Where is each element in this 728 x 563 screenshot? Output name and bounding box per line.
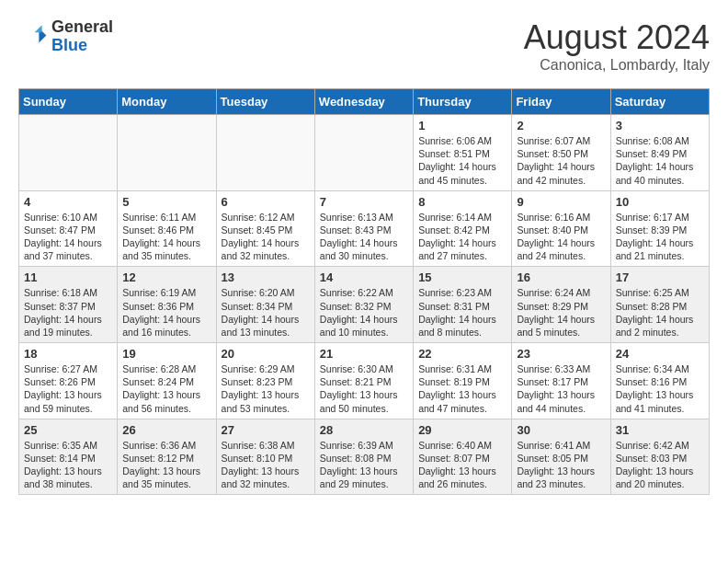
cell-content: Sunrise: 6:24 AMSunset: 8:29 PMDaylight:… — [517, 286, 605, 339]
title-area: August 2024 Canonica, Lombardy, Italy — [524, 18, 710, 74]
calendar-cell: 10Sunrise: 6:17 AMSunset: 8:39 PMDayligh… — [610, 190, 709, 267]
cell-content: Sunrise: 6:42 AMSunset: 8:03 PMDaylight:… — [616, 439, 704, 491]
calendar-cell: 13Sunrise: 6:20 AMSunset: 8:34 PMDayligh… — [216, 267, 314, 343]
calendar-cell: 20Sunrise: 6:29 AMSunset: 8:23 PMDayligh… — [216, 343, 314, 419]
calendar-week-row: 11Sunrise: 6:18 AMSunset: 8:37 PMDayligh… — [19, 267, 710, 343]
cell-content: Sunrise: 6:12 AMSunset: 8:45 PMDaylight:… — [222, 211, 310, 263]
calendar-cell: 27Sunrise: 6:38 AMSunset: 8:10 PMDayligh… — [216, 419, 314, 495]
cell-content: Sunrise: 6:06 AMSunset: 8:51 PMDaylight:… — [418, 134, 506, 187]
day-number: 28 — [320, 423, 408, 437]
calendar-cell: 16Sunrise: 6:24 AMSunset: 8:29 PMDayligh… — [512, 267, 610, 343]
calendar-table: SundayMondayTuesdayWednesdayThursdayFrid… — [18, 88, 710, 495]
day-number: 11 — [24, 270, 112, 284]
cell-content: Sunrise: 6:36 AMSunset: 8:12 PMDaylight:… — [122, 439, 210, 491]
day-number: 14 — [320, 270, 408, 284]
calendar-cell: 3Sunrise: 6:08 AMSunset: 8:49 PMDaylight… — [610, 115, 709, 191]
calendar-cell: 9Sunrise: 6:16 AMSunset: 8:40 PMDaylight… — [512, 190, 610, 267]
day-number: 25 — [24, 423, 112, 437]
cell-content: Sunrise: 6:35 AMSunset: 8:14 PMDaylight:… — [24, 439, 112, 491]
cell-content: Sunrise: 6:29 AMSunset: 8:23 PMDaylight:… — [222, 362, 310, 415]
cell-content: Sunrise: 6:08 AMSunset: 8:49 PMDaylight:… — [616, 134, 704, 187]
calendar-cell: 25Sunrise: 6:35 AMSunset: 8:14 PMDayligh… — [19, 419, 118, 495]
calendar-cell: 26Sunrise: 6:36 AMSunset: 8:12 PMDayligh… — [118, 419, 216, 495]
day-number: 23 — [517, 347, 605, 361]
calendar-cell: 28Sunrise: 6:39 AMSunset: 8:08 PMDayligh… — [314, 419, 413, 495]
day-number: 4 — [24, 195, 112, 209]
calendar-cell: 29Sunrise: 6:40 AMSunset: 8:07 PMDayligh… — [414, 419, 512, 495]
weekday-header-thursday: Thursday — [414, 89, 512, 115]
day-number: 8 — [418, 195, 506, 209]
calendar-cell: 7Sunrise: 6:13 AMSunset: 8:43 PMDaylight… — [314, 190, 413, 267]
logo-line1: General — [51, 18, 113, 37]
cell-content: Sunrise: 6:19 AMSunset: 8:36 PMDaylight:… — [122, 286, 210, 339]
cell-content: Sunrise: 6:25 AMSunset: 8:28 PMDaylight:… — [616, 286, 704, 339]
logo-icon — [18, 22, 48, 52]
calendar-cell: 12Sunrise: 6:19 AMSunset: 8:36 PMDayligh… — [118, 267, 216, 343]
day-number: 12 — [122, 270, 210, 284]
calendar-cell: 4Sunrise: 6:10 AMSunset: 8:47 PMDaylight… — [19, 190, 118, 267]
calendar-week-row: 1Sunrise: 6:06 AMSunset: 8:51 PMDaylight… — [19, 115, 710, 191]
day-number: 10 — [616, 195, 704, 209]
calendar-cell: 19Sunrise: 6:28 AMSunset: 8:24 PMDayligh… — [118, 343, 216, 419]
logo-text: General Blue — [51, 18, 113, 55]
page-header: General Blue August 2024 Canonica, Lomba… — [18, 18, 710, 74]
weekday-header-sunday: Sunday — [19, 89, 118, 115]
calendar-cell: 5Sunrise: 6:11 AMSunset: 8:46 PMDaylight… — [118, 190, 216, 267]
cell-content: Sunrise: 6:10 AMSunset: 8:47 PMDaylight:… — [24, 211, 112, 263]
calendar-cell: 1Sunrise: 6:06 AMSunset: 8:51 PMDaylight… — [414, 115, 512, 191]
cell-content: Sunrise: 6:20 AMSunset: 8:34 PMDaylight:… — [222, 286, 310, 339]
day-number: 24 — [616, 347, 704, 361]
cell-content: Sunrise: 6:16 AMSunset: 8:40 PMDaylight:… — [517, 211, 605, 263]
calendar-cell — [118, 115, 216, 191]
calendar-cell: 24Sunrise: 6:34 AMSunset: 8:16 PMDayligh… — [610, 343, 709, 419]
calendar-cell: 18Sunrise: 6:27 AMSunset: 8:26 PMDayligh… — [19, 343, 118, 419]
calendar-cell: 8Sunrise: 6:14 AMSunset: 8:42 PMDaylight… — [414, 190, 512, 267]
day-number: 5 — [122, 195, 210, 209]
weekday-header-monday: Monday — [118, 89, 216, 115]
cell-content: Sunrise: 6:33 AMSunset: 8:17 PMDaylight:… — [517, 362, 605, 415]
calendar-week-row: 4Sunrise: 6:10 AMSunset: 8:47 PMDaylight… — [19, 190, 710, 267]
cell-content: Sunrise: 6:11 AMSunset: 8:46 PMDaylight:… — [122, 211, 210, 263]
day-number: 19 — [122, 347, 210, 361]
cell-content: Sunrise: 6:39 AMSunset: 8:08 PMDaylight:… — [320, 439, 408, 491]
cell-content: Sunrise: 6:13 AMSunset: 8:43 PMDaylight:… — [320, 211, 408, 263]
cell-content: Sunrise: 6:17 AMSunset: 8:39 PMDaylight:… — [616, 211, 704, 263]
calendar-cell: 30Sunrise: 6:41 AMSunset: 8:05 PMDayligh… — [512, 419, 610, 495]
day-number: 17 — [616, 270, 704, 284]
cell-content: Sunrise: 6:14 AMSunset: 8:42 PMDaylight:… — [418, 211, 506, 263]
cell-content: Sunrise: 6:41 AMSunset: 8:05 PMDaylight:… — [517, 439, 605, 491]
day-number: 16 — [517, 270, 605, 284]
cell-content: Sunrise: 6:22 AMSunset: 8:32 PMDaylight:… — [320, 286, 408, 339]
weekday-header-row: SundayMondayTuesdayWednesdayThursdayFrid… — [19, 89, 710, 115]
day-number: 21 — [320, 347, 408, 361]
day-number: 20 — [222, 347, 310, 361]
weekday-header-wednesday: Wednesday — [314, 89, 413, 115]
cell-content: Sunrise: 6:34 AMSunset: 8:16 PMDaylight:… — [616, 362, 704, 415]
day-number: 3 — [616, 119, 704, 132]
cell-content: Sunrise: 6:07 AMSunset: 8:50 PMDaylight:… — [517, 134, 605, 187]
cell-content: Sunrise: 6:30 AMSunset: 8:21 PMDaylight:… — [320, 362, 408, 415]
cell-content: Sunrise: 6:27 AMSunset: 8:26 PMDaylight:… — [24, 362, 112, 415]
cell-content: Sunrise: 6:18 AMSunset: 8:37 PMDaylight:… — [24, 286, 112, 339]
day-number: 2 — [517, 119, 605, 132]
day-number: 6 — [222, 195, 310, 209]
day-number: 13 — [222, 270, 310, 284]
day-number: 30 — [517, 423, 605, 437]
cell-content: Sunrise: 6:31 AMSunset: 8:19 PMDaylight:… — [418, 362, 506, 415]
day-number: 9 — [517, 195, 605, 209]
logo-line2: Blue — [51, 37, 113, 55]
calendar-cell: 11Sunrise: 6:18 AMSunset: 8:37 PMDayligh… — [19, 267, 118, 343]
weekday-header-saturday: Saturday — [610, 89, 709, 115]
calendar-cell: 15Sunrise: 6:23 AMSunset: 8:31 PMDayligh… — [414, 267, 512, 343]
calendar-cell — [314, 115, 413, 191]
svg-marker-1 — [35, 25, 42, 32]
day-number: 18 — [24, 347, 112, 361]
calendar-cell: 22Sunrise: 6:31 AMSunset: 8:19 PMDayligh… — [414, 343, 512, 419]
calendar-cell: 21Sunrise: 6:30 AMSunset: 8:21 PMDayligh… — [314, 343, 413, 419]
calendar-cell — [19, 115, 118, 191]
weekday-header-tuesday: Tuesday — [216, 89, 314, 115]
location-title: Canonica, Lombardy, Italy — [524, 57, 710, 74]
logo: General Blue — [18, 18, 113, 55]
day-number: 15 — [418, 270, 506, 284]
cell-content: Sunrise: 6:40 AMSunset: 8:07 PMDaylight:… — [418, 439, 506, 491]
